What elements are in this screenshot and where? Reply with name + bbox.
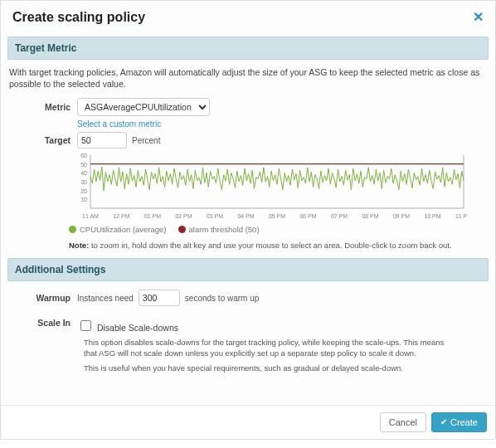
warmup-label: Warmup	[7, 293, 77, 303]
svg-text:07 PM: 07 PM	[331, 213, 348, 219]
legend-series: CPUUtilization (average)	[69, 225, 167, 234]
svg-text:03 PM: 03 PM	[207, 213, 223, 219]
section-header-additional-settings: Additional Settings	[7, 258, 489, 281]
svg-text:30: 30	[80, 179, 87, 185]
target-metric-description: With target tracking policies, Amazon wi…	[7, 60, 489, 98]
dialog-title: Create scaling policy	[12, 10, 473, 25]
target-label: Target	[7, 135, 77, 145]
section-header-target-metric: Target Metric	[7, 37, 489, 60]
scalein-help-text: This option disables scale-downs for the…	[84, 338, 457, 373]
svg-text:06 PM: 06 PM	[299, 213, 316, 219]
disable-scaledowns-input[interactable]	[80, 320, 91, 331]
svg-text:50: 50	[80, 162, 87, 168]
svg-text:11 AM: 11 AM	[82, 213, 99, 219]
svg-text:10 PM: 10 PM	[424, 213, 440, 219]
svg-text:60: 60	[80, 153, 87, 158]
dialog-footer: Cancel ✔ Create	[1, 405, 495, 439]
svg-text:09 PM: 09 PM	[393, 213, 410, 219]
svg-text:40: 40	[80, 171, 87, 177]
metric-label: Metric	[7, 102, 77, 112]
svg-text:04 PM: 04 PM	[237, 213, 254, 219]
legend-alarm: alarm threshold (50)	[178, 225, 260, 234]
cancel-button[interactable]: Cancel	[380, 412, 426, 432]
svg-text:05 PM: 05 PM	[269, 213, 285, 219]
svg-text:20: 20	[80, 188, 87, 194]
close-icon[interactable]: ✕	[473, 9, 484, 25]
create-scaling-policy-dialog: Create scaling policy ✕ Target Metric Wi…	[0, 0, 496, 440]
target-unit: Percent	[127, 136, 160, 145]
disable-scaledowns-checkbox[interactable]: Disable Scale-downs	[77, 323, 178, 333]
metric-select[interactable]: ASGAverageCPUUtilization	[77, 98, 210, 116]
create-button[interactable]: ✔ Create	[431, 412, 487, 432]
metric-chart[interactable]: 10203040506011 AM12 PM01 PM02 PM03 PM04 …	[69, 153, 489, 258]
chart-zoom-note: Note: to zoom in, hold down the alt key …	[69, 237, 489, 258]
select-custom-metric-link[interactable]: Select a custom metric	[77, 119, 161, 129]
target-input[interactable]	[77, 132, 127, 149]
scalein-label: Scale In	[7, 318, 77, 328]
dialog-header: Create scaling policy ✕	[1, 1, 495, 33]
svg-text:08 PM: 08 PM	[362, 213, 378, 219]
svg-text:01 PM: 01 PM	[144, 213, 161, 219]
chart-legend: CPUUtilization (average) alarm threshold…	[69, 220, 489, 237]
svg-text:02 PM: 02 PM	[175, 213, 192, 219]
svg-text:11 PM: 11 PM	[455, 213, 467, 219]
check-icon: ✔	[440, 417, 447, 426]
warmup-input[interactable]	[139, 290, 180, 306]
warmup-prefix: Instances need	[77, 294, 134, 303]
warmup-suffix: seconds to warm up	[185, 294, 260, 303]
svg-text:12 PM: 12 PM	[113, 213, 129, 219]
svg-text:10: 10	[80, 197, 87, 203]
